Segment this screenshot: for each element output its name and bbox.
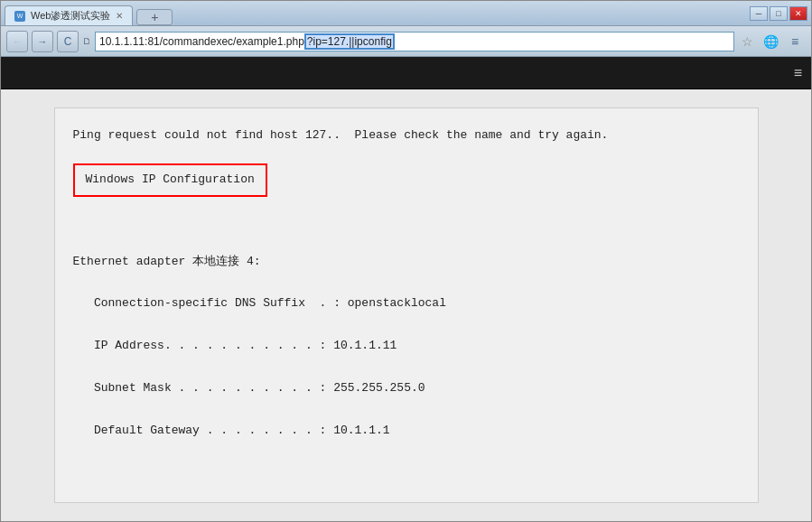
windows-ip-config-label: Windows IP Configuration	[86, 172, 255, 186]
content-area: Ping request could not find host 127.. P…	[1, 89, 811, 521]
windows-ip-config-box: Windows IP Configuration	[73, 163, 267, 197]
menu-icon: ≡	[791, 34, 798, 49]
forward-icon: →	[38, 36, 48, 47]
subnet-mask-line: Subnet Mask . . . . . . . . . . : 255.25…	[73, 378, 740, 398]
forward-button[interactable]: →	[32, 31, 53, 52]
globe-icon: 🌐	[761, 32, 780, 51]
ip-address-line: IP Address. . . . . . . . . . . : 10.1.1…	[73, 335, 740, 356]
address-bar-icon: 🗋	[82, 36, 91, 46]
reload-button[interactable]: C	[57, 31, 79, 52]
back-icon: ←	[13, 36, 23, 47]
new-tab-icon: +	[151, 10, 158, 24]
title-bar-controls: ─ □ ✕	[750, 6, 807, 21]
tab-close-button[interactable]: ✕	[116, 11, 123, 21]
bookmark-star-button[interactable]: ☆	[738, 34, 757, 49]
minimize-icon: ─	[756, 9, 761, 18]
app-toolbar: ≡	[1, 57, 811, 89]
reload-icon: C	[64, 35, 72, 48]
new-tab-button[interactable]: +	[136, 9, 173, 25]
maximize-button[interactable]: □	[770, 6, 788, 21]
browser-menu-button[interactable]: ≡	[784, 32, 806, 51]
blank-line-1	[73, 272, 740, 293]
blank-space	[73, 215, 740, 251]
content-box: Ping request could not find host 127.. P…	[54, 107, 759, 503]
tab-favicon: W	[14, 11, 25, 22]
minimize-button[interactable]: ─	[750, 6, 768, 21]
tab-area: W Web渗透测试实验 ✕ +	[5, 1, 750, 25]
dns-suffix-line: Connection-specific DNS Suffix . : opens…	[73, 293, 740, 313]
nav-bar: ← → C 🗋 10.1.1.11:81/commandexec/example…	[1, 26, 811, 57]
blank-line-2	[73, 314, 740, 335]
blank-line-3	[73, 357, 740, 378]
back-button[interactable]: ←	[6, 31, 28, 52]
window-close-button[interactable]: ✕	[789, 6, 807, 21]
app-hamburger-menu[interactable]: ≡	[794, 65, 802, 81]
browser-tab[interactable]: W Web渗透测试实验 ✕	[5, 5, 133, 25]
globe-symbol: 🌐	[763, 34, 779, 49]
title-bar: W Web渗透测试实验 ✕ + ─ □ ✕	[1, 1, 811, 26]
maximize-icon: □	[776, 9, 780, 18]
url-plain-part: 10.1.1.11:81/commandexec/example1.php	[96, 35, 304, 48]
url-highlighted-part: ?ip=127.||ipconfig	[304, 33, 395, 50]
ethernet-adapter-line: Ethernet adapter 本地连接 4:	[73, 251, 740, 272]
address-bar-container: 🗋 10.1.1.11:81/commandexec/example1.php?…	[82, 32, 734, 51]
browser-window: W Web渗透测试实验 ✕ + ─ □ ✕ ← →	[0, 0, 812, 522]
window-close-icon: ✕	[795, 9, 802, 18]
tab-label: Web渗透测试实验	[31, 9, 110, 23]
blank-line-4	[73, 398, 740, 419]
ping-error-text: Ping request could not find host 127.. P…	[73, 126, 740, 145]
default-gateway-line: Default Gateway . . . . . . . . : 10.1.1…	[73, 420, 740, 441]
